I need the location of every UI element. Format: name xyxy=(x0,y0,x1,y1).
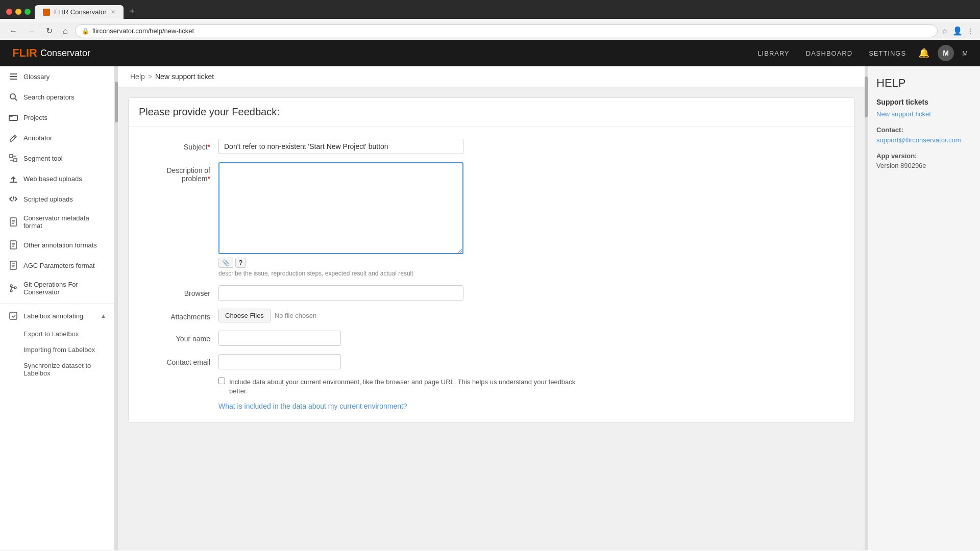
form-row-contact-email: Contact email xyxy=(139,354,844,369)
window-minimize-button[interactable] xyxy=(15,9,21,15)
description-hint: describe the issue, reproduction steps, … xyxy=(218,270,463,277)
forward-button[interactable]: → xyxy=(24,26,39,37)
help-new-support-ticket-link[interactable]: New support ticket xyxy=(876,110,972,118)
description-textarea[interactable] xyxy=(218,162,463,254)
form-row-attachments: Attachments Choose Files No file chosen xyxy=(139,309,844,322)
sidebar: Glossary Search operators xyxy=(0,66,115,550)
subject-required-mark: * xyxy=(208,143,210,151)
window-controls xyxy=(6,9,31,15)
form-row-browser: Browser xyxy=(139,285,844,300)
agc-icon xyxy=(8,260,18,270)
tab-favicon xyxy=(43,9,50,16)
sidebar-label-agc-parameters: AGC Parameters format xyxy=(23,262,94,269)
your-name-input[interactable] xyxy=(218,331,341,346)
description-label: Description of problem* xyxy=(139,162,210,183)
tab-close-button[interactable]: ✕ xyxy=(111,9,115,15)
nav-library[interactable]: LIBRARY xyxy=(757,49,789,57)
sidebar-item-annotator[interactable]: Annotator xyxy=(0,128,114,148)
logo-conservator: Conservator xyxy=(40,48,90,59)
description-required-mark: * xyxy=(208,174,210,183)
nav-settings[interactable]: SETTINGS xyxy=(869,49,906,57)
new-tab-button[interactable]: + xyxy=(126,4,139,19)
svg-point-26 xyxy=(10,290,12,292)
sidebar-label-other-annotation: Other annotation formats xyxy=(23,241,97,249)
feedback-form: Subject* Description of problem* xyxy=(129,127,854,422)
bookmark-icon[interactable]: ☆ xyxy=(942,27,948,35)
sidebar-label-labelbox: Labelbox annotating xyxy=(23,312,83,320)
help-app-version-label: App version: xyxy=(876,152,972,160)
subject-input[interactable] xyxy=(218,139,463,154)
app: FLIR Conservator LIBRARY DASHBOARD SETTI… xyxy=(0,40,980,550)
svg-point-3 xyxy=(10,94,15,99)
sidebar-scrollbar-thumb[interactable] xyxy=(115,82,118,122)
window-maximize-button[interactable] xyxy=(24,9,31,15)
svg-rect-7 xyxy=(14,159,17,162)
feedback-title: Please provide your Feedback: xyxy=(139,106,844,118)
home-button[interactable]: ⌂ xyxy=(60,26,71,37)
svg-point-25 xyxy=(10,285,12,287)
app-logo: FLIR Conservator xyxy=(12,46,757,60)
content-area: Glossary Search operators xyxy=(0,66,980,550)
help-contact-email[interactable]: support@flirconservator.com xyxy=(876,136,961,144)
sidebar-label-scripted-uploads: Scripted uploads xyxy=(23,195,73,203)
sidebar-divider xyxy=(0,303,114,304)
sidebar-item-scripted-uploads[interactable]: Scripted uploads xyxy=(0,189,114,209)
env-checkbox-label: Include data about your current environm… xyxy=(229,378,576,396)
breadcrumb-current: New support ticket xyxy=(155,72,214,81)
sidebar-item-git-operations[interactable]: Git Operations For Conservator xyxy=(0,276,114,301)
other-annotation-icon xyxy=(8,240,18,250)
breadcrumb: Help > New support ticket xyxy=(118,66,865,87)
help-button[interactable]: ? xyxy=(235,258,246,268)
sidebar-item-agc-parameters[interactable]: AGC Parameters format xyxy=(0,255,114,276)
sidebar-item-projects[interactable]: Projects xyxy=(0,107,114,128)
nav-dashboard[interactable]: DASHBOARD xyxy=(806,49,852,57)
choose-files-button[interactable]: Choose Files xyxy=(218,309,271,322)
main-scrollbar xyxy=(865,66,868,550)
browser-tab-active[interactable]: FLIR Conservator ✕ xyxy=(35,5,124,19)
form-row-your-name: Your name xyxy=(139,331,844,346)
tab-title: FLIR Conservator xyxy=(54,8,107,16)
main-scrollbar-thumb[interactable] xyxy=(865,77,868,117)
list-icon xyxy=(8,71,18,82)
attachments-control: Choose Files No file chosen xyxy=(218,309,463,322)
sidebar-item-other-annotation[interactable]: Other annotation formats xyxy=(0,235,114,255)
help-panel-title: HELP xyxy=(876,77,972,90)
sidebar-item-conservator-metadata[interactable]: Conservator metadata format xyxy=(0,209,114,235)
contact-email-control xyxy=(218,354,463,369)
profile-icon[interactable]: 👤 xyxy=(952,26,963,36)
env-checkbox[interactable] xyxy=(218,378,225,384)
menu-icon[interactable]: ⋮ xyxy=(967,27,974,35)
sidebar-sub-label-import: Importing from Labelbox xyxy=(23,346,95,354)
breadcrumb-help-link[interactable]: Help xyxy=(130,72,145,81)
env-link[interactable]: What is included in the data about my cu… xyxy=(218,402,407,410)
user-name[interactable]: M xyxy=(962,49,968,57)
contact-email-input[interactable] xyxy=(218,354,341,369)
attach-button[interactable]: 📎 xyxy=(218,258,233,268)
svg-rect-1 xyxy=(10,76,17,77)
notification-icon[interactable]: 🔔 xyxy=(918,47,929,59)
window-close-button[interactable] xyxy=(6,9,12,15)
sidebar-section-labelbox[interactable]: Labelbox annotating ▲ xyxy=(0,306,114,326)
sidebar-sub-item-import-labelbox[interactable]: Importing from Labelbox xyxy=(0,342,114,358)
your-name-control xyxy=(218,331,463,346)
sidebar-label-git-operations: Git Operations For Conservator xyxy=(23,281,106,296)
browser-input[interactable] xyxy=(218,285,463,300)
main-pane: Help > New support ticket Please provide… xyxy=(118,66,865,550)
sidebar-sub-item-export-labelbox[interactable]: Export to Labelbox xyxy=(0,326,114,342)
reload-button[interactable]: ↻ xyxy=(43,25,56,37)
sidebar-item-search-operators[interactable]: Search operators xyxy=(0,87,114,107)
sidebar-item-segment-tool[interactable]: Segment tool xyxy=(0,148,114,168)
sidebar-item-glossary[interactable]: Glossary xyxy=(0,66,114,87)
help-app-version-value: Version 890296e xyxy=(876,162,972,169)
sidebar-item-web-uploads[interactable]: Web based uploads xyxy=(0,168,114,189)
back-button[interactable]: ← xyxy=(6,26,20,37)
help-support-tickets-label: Support tickets xyxy=(876,98,972,106)
sidebar-label-search-operators: Search operators xyxy=(23,93,75,101)
sidebar-sub-item-sync-labelbox[interactable]: Synchronize dataset to Labelbox xyxy=(0,358,114,381)
url-bar[interactable]: 🔒 flirconservator.com/help/new-ticket xyxy=(75,24,938,37)
chevron-up-icon: ▲ xyxy=(101,313,106,319)
env-checkbox-row: Include data about your current environm… xyxy=(218,378,844,396)
avatar[interactable]: M xyxy=(938,45,954,61)
logo-flir: FLIR xyxy=(12,46,37,60)
svg-rect-29 xyxy=(10,312,17,319)
